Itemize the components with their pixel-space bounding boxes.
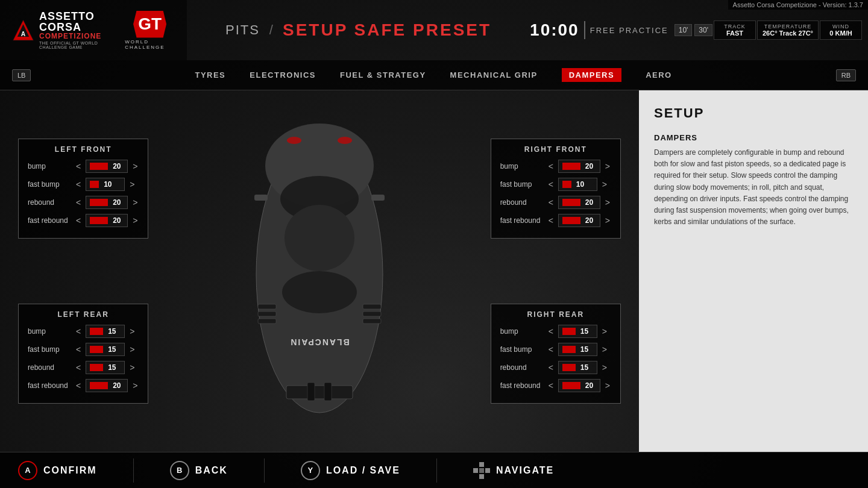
rf-fastrebound-row: fast rebound < 20 > [500, 214, 611, 227]
lf-fastrebound-dec[interactable]: < [75, 216, 82, 225]
rr-fastbump-dec[interactable]: < [547, 345, 555, 354]
rr-fastrebound-inc[interactable]: > [604, 381, 611, 390]
nav-item-fuel[interactable]: FUEL & STRATEGY [340, 70, 426, 80]
svg-text:BLANCPAIN: BLANCPAIN [289, 337, 349, 347]
conditions-bar: 10' 30' TRACK FAST TEMPERATURE 26C° Trac… [675, 20, 862, 40]
rf-rebound-fill [562, 199, 580, 206]
rr-rebound-inc[interactable]: > [601, 363, 608, 372]
left-front-panel: LEFT FRONT bump < 20 > fast bump < 10 > [18, 139, 148, 239]
confirm-label: CONFIRM [43, 465, 97, 476]
rf-fastrebound-dec[interactable]: < [547, 216, 555, 225]
svg-rect-11 [371, 195, 385, 201]
rr-bump-dec[interactable]: < [547, 327, 555, 336]
load-save-label: LOAD / SAVE [326, 465, 400, 476]
back-action[interactable]: B BACK [170, 461, 228, 480]
lr-bump-dec[interactable]: < [75, 327, 82, 336]
lf-bump-dec[interactable]: < [75, 161, 82, 171]
lf-rebound-dec[interactable]: < [75, 198, 82, 207]
rf-fastrebound-fill [562, 217, 580, 224]
lr-fastrebound-bar: 20 [86, 379, 128, 392]
track-condition-block: TRACK FAST [714, 20, 756, 40]
ac-tagline: THE OFFICIAL GT WORLD CHALLENGE GAME [39, 41, 116, 49]
rf-bump-dec[interactable]: < [547, 161, 555, 171]
lr-fastrebound-label: fast rebound [28, 381, 71, 390]
rr-rebound-label: rebound [500, 363, 544, 372]
rf-fastbump-row: fast bump < 10 > [500, 178, 611, 191]
ac-text: ASSETTO CORSA COMPETIZIONE THE OFFICIAL … [39, 11, 116, 49]
nav-right-button[interactable]: RB [836, 69, 856, 81]
car-svg: BLANCPAIN [229, 105, 410, 443]
car-area: LEFT FRONT bump < 20 > fast bump < 10 > [0, 90, 639, 452]
lf-rebound-label: rebound [28, 198, 71, 207]
main-content: LEFT FRONT bump < 20 > fast bump < 10 > [0, 90, 868, 452]
lr-bump-inc[interactable]: > [128, 327, 136, 336]
lf-fastbump-label: fast bump [28, 180, 71, 189]
lr-fastbump-dec[interactable]: < [75, 345, 82, 354]
temperature-label: TEMPERATURE [764, 23, 811, 30]
nav-item-aero[interactable]: AERO [646, 70, 672, 80]
lr-rebound-bar: 15 [86, 361, 125, 374]
rr-fastbump-row: fast bump < 15 > [500, 343, 611, 356]
nav-item-mechanical[interactable]: MECHANICAL GRIP [450, 70, 538, 80]
rf-rebound-bar: 20 [558, 196, 600, 209]
track-value: FAST [726, 30, 743, 37]
rf-rebound-dec[interactable]: < [547, 198, 555, 207]
lf-fastbump-row: fast bump < 10 > [28, 178, 139, 191]
svg-rect-27 [479, 468, 484, 473]
svg-rect-26 [485, 468, 490, 473]
lf-fastrebound-value: 20 [113, 216, 124, 225]
lr-fastbump-inc[interactable]: > [128, 345, 136, 354]
ac-logo: A ASSETTO CORSA COMPETIZIONE THE OFFICIA… [12, 11, 116, 49]
navigate-dpad-icon [473, 462, 490, 479]
load-save-action[interactable]: Y LOAD / SAVE [301, 461, 400, 480]
lf-bump-label: bump [28, 162, 71, 170]
lf-fastbump-value: 10 [104, 180, 115, 189]
rr-bump-fill [562, 328, 576, 335]
rf-fastrebound-inc[interactable]: > [604, 216, 611, 225]
timer-block: 10:00 FREE PRACTICE [530, 20, 668, 40]
time-10-button[interactable]: 10' [675, 24, 693, 36]
nav-item-dampers[interactable]: DAMPERS [562, 68, 622, 82]
rr-bump-inc[interactable]: > [601, 327, 608, 336]
timer-divider [584, 21, 585, 39]
lr-bump-row: bump < 15 > [28, 325, 139, 338]
rr-fastrebound-dec[interactable]: < [547, 381, 555, 390]
lf-fastrebound-inc[interactable]: > [131, 216, 139, 225]
lr-rebound-dec[interactable]: < [75, 363, 82, 372]
rf-fastbump-inc[interactable]: > [601, 180, 608, 189]
rf-rebound-inc[interactable]: > [604, 198, 611, 207]
header-center: PITS / SETUP SAFE PRESET [187, 20, 530, 40]
lf-fastbump-bar: 10 [86, 178, 125, 191]
rr-fastbump-inc[interactable]: > [601, 345, 608, 354]
lr-fastbump-value: 15 [108, 345, 119, 354]
header-slash: / [269, 22, 273, 38]
rf-bump-inc[interactable]: > [604, 161, 611, 171]
left-front-title: LEFT FRONT [28, 145, 139, 154]
lr-rebound-label: rebound [28, 363, 71, 372]
lf-rebound-inc[interactable]: > [131, 198, 139, 207]
lf-bump-inc[interactable]: > [131, 161, 139, 171]
svg-rect-20 [324, 383, 332, 401]
rf-fastbump-dec[interactable]: < [547, 180, 555, 189]
lr-fastrebound-inc[interactable]: > [131, 381, 139, 390]
lf-fastbump-inc[interactable]: > [128, 180, 136, 189]
nav-left-button[interactable]: LB [12, 69, 31, 81]
time-options: 10' 30' [675, 24, 712, 36]
rr-rebound-row: rebound < 15 > [500, 361, 611, 374]
setup-heading: SETUP [654, 105, 853, 121]
nav-item-tyres[interactable]: TYRES [195, 70, 225, 80]
lr-rebound-value: 15 [108, 363, 119, 372]
svg-rect-13 [258, 304, 276, 309]
rr-rebound-fill [562, 364, 576, 371]
lf-rebound-bar: 20 [86, 196, 128, 209]
rr-rebound-dec[interactable]: < [547, 363, 555, 372]
lr-rebound-inc[interactable]: > [128, 363, 136, 372]
time-30-button[interactable]: 30' [694, 24, 712, 36]
navigate-action[interactable]: NAVIGATE [473, 462, 554, 479]
lr-fastrebound-dec[interactable]: < [75, 381, 82, 390]
right-rear-title: RIGHT REAR [500, 310, 611, 319]
confirm-action[interactable]: A CONFIRM [18, 461, 97, 480]
temperature-condition-block: TEMPERATURE 26C° Track 27C° [757, 20, 819, 40]
nav-item-electronics[interactable]: ELECTRONICS [250, 70, 316, 80]
lf-fastbump-dec[interactable]: < [75, 180, 82, 189]
